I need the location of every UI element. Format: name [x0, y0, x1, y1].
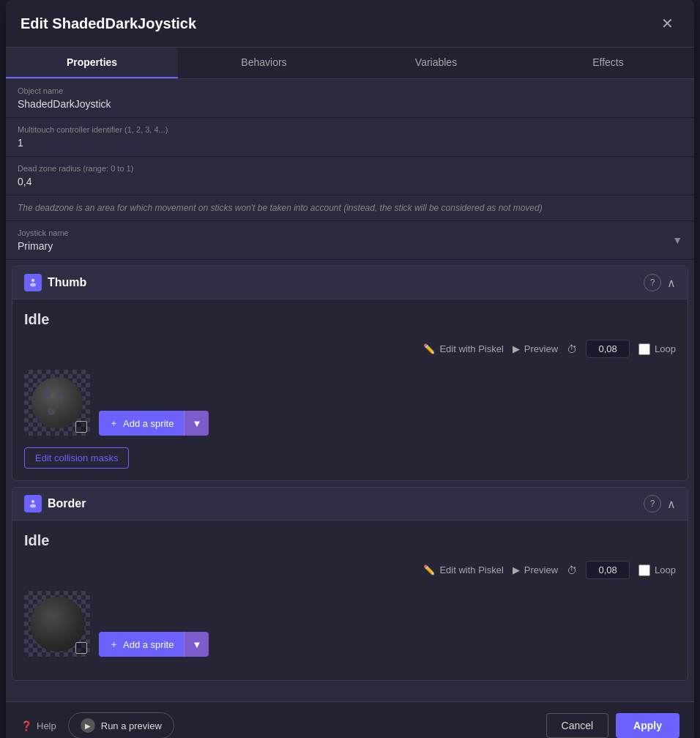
dialog: Edit ShadedDarkJoystick ✕ Properties Beh… [6, 0, 694, 738]
border-help-button[interactable]: ? [644, 495, 661, 512]
tab-behaviors[interactable]: Behaviors [178, 48, 350, 78]
thumb-add-sprite-dropdown[interactable]: ▼ [184, 411, 209, 436]
thumb-section-title: Thumb [48, 276, 86, 289]
plus-icon: ＋ [109, 417, 119, 430]
border-animation-controls: ✏️ Edit with Piskel ▶ Preview ⏱ Loop [24, 561, 676, 579]
border-sprites-row: ＋ Add a sprite ▼ [24, 591, 676, 657]
tab-effects[interactable]: Effects [522, 48, 694, 78]
timer-icon: ⏱ [567, 343, 577, 355]
play-icon: ▶ [513, 343, 520, 354]
border-animation-label: Idle [24, 532, 676, 549]
multitouch-value[interactable]: 1 [18, 137, 682, 149]
deadzone-field: Dead zone radius (range: 0 to 1) 0,4 [6, 157, 694, 195]
border-section-body: Idle ✏️ Edit with Piskel ▶ Preview ⏱ Loo… [12, 521, 688, 680]
border-section: Border ? ∧ Idle ✏️ Edit with Piskel ▶ Pr… [12, 487, 688, 681]
thumb-fps-input[interactable] [586, 340, 630, 358]
border-loop-checkbox[interactable] [638, 564, 650, 576]
tab-bar: Properties Behaviors Variables Effects [6, 48, 694, 79]
tab-variables[interactable]: Variables [350, 48, 522, 78]
deadzone-label: Dead zone radius (range: 0 to 1) [18, 164, 682, 173]
pencil-icon: ✏️ [423, 343, 435, 354]
border-preview-button[interactable]: ▶ Preview [513, 564, 558, 575]
border-add-sprite-group: ＋ Add a sprite ▼ [99, 632, 209, 657]
thumb-add-sprite-group: ＋ Add a sprite ▼ [99, 411, 209, 436]
joystick-name-label: Joystick name [18, 228, 672, 237]
thumb-add-sprite-button[interactable]: ＋ Add a sprite [99, 411, 184, 436]
thumb-loop-label: Loop [638, 343, 676, 355]
border-collapse-button[interactable]: ∧ [667, 497, 676, 511]
thumb-section: Thumb ? ∧ Idle ✏️ Edit with Piskel ▶ Pre… [12, 266, 688, 481]
svg-point-1 [31, 279, 34, 282]
run-play-icon: ▶ [81, 718, 95, 733]
object-name-field: Object name ShadedDarkJoystick [6, 79, 694, 118]
thumb-edit-piskel-button[interactable]: ✏️ Edit with Piskel [423, 343, 503, 354]
border-edit-piskel-button[interactable]: ✏️ Edit with Piskel [423, 564, 503, 575]
run-preview-button[interactable]: ▶ Run a preview [68, 712, 174, 738]
timer-icon-2: ⏱ [567, 564, 577, 576]
border-sprite-thumbnail[interactable] [24, 591, 90, 657]
thumb-section-header: Thumb ? ∧ [12, 266, 688, 299]
close-button[interactable]: ✕ [655, 12, 679, 35]
border-icon [24, 495, 42, 512]
thumb-sprite-thumbnail[interactable] [24, 370, 90, 436]
thumb-icon [24, 274, 42, 291]
thumb-animation-controls: ✏️ Edit with Piskel ▶ Preview ⏱ Loop [24, 340, 676, 358]
border-loop-label: Loop [638, 564, 676, 576]
content-area: Object name ShadedDarkJoystick Multitouc… [6, 79, 694, 701]
object-name-label: Object name [18, 86, 682, 95]
pencil-icon-2: ✏️ [423, 564, 435, 575]
border-sprite-select-checkbox[interactable] [75, 642, 87, 654]
joystick-name-value: Primary [18, 240, 672, 252]
dialog-title: Edit ShadedDarkJoystick [21, 15, 196, 32]
thumb-loop-checkbox[interactable] [638, 343, 650, 355]
thumb-sprites-row: ＋ Add a sprite ▼ [24, 370, 676, 436]
thumb-collapse-button[interactable]: ∧ [667, 276, 676, 290]
footer-right: Cancel Apply [546, 713, 679, 738]
help-circle-icon: ❓ [21, 720, 32, 731]
dialog-header: Edit ShadedDarkJoystick ✕ [6, 0, 694, 48]
tab-properties[interactable]: Properties [6, 48, 178, 78]
object-name-value[interactable]: ShadedDarkJoystick [18, 98, 682, 110]
cancel-button[interactable]: Cancel [546, 713, 609, 738]
deadzone-value[interactable]: 0,4 [18, 176, 682, 187]
play-icon-2: ▶ [513, 564, 520, 575]
deadzone-info: The deadzone is an area for which moveme… [6, 195, 694, 221]
help-link[interactable]: ❓ Help [21, 720, 56, 731]
thumb-help-button[interactable]: ? [644, 274, 661, 291]
multitouch-label: Multitouch controller identifier (1, 2, … [18, 125, 682, 134]
footer-left: ❓ Help ▶ Run a preview [21, 712, 174, 738]
svg-point-2 [30, 283, 36, 287]
border-add-sprite-dropdown[interactable]: ▼ [184, 632, 209, 657]
thumb-edit-collision-button[interactable]: Edit collision masks [24, 447, 129, 469]
dialog-footer: ❓ Help ▶ Run a preview Cancel Apply [6, 701, 694, 738]
svg-point-4 [31, 500, 34, 503]
border-fps-input[interactable] [586, 561, 630, 579]
apply-button[interactable]: Apply [616, 713, 679, 738]
multitouch-field: Multitouch controller identifier (1, 2, … [6, 118, 694, 157]
dropdown-arrow-icon: ▼ [672, 234, 682, 246]
thumb-preview-button[interactable]: ▶ Preview [513, 343, 558, 354]
border-section-header: Border ? ∧ [12, 488, 688, 521]
svg-point-5 [30, 504, 36, 508]
joystick-name-field[interactable]: Joystick name Primary ▼ [6, 221, 694, 260]
thumb-section-body: Idle ✏️ Edit with Piskel ▶ Preview ⏱ Loo… [12, 299, 688, 480]
plus-icon-2: ＋ [109, 638, 119, 651]
border-section-title: Border [48, 497, 86, 510]
sprite-select-checkbox[interactable] [75, 421, 87, 433]
thumb-animation-label: Idle [24, 311, 676, 328]
border-add-sprite-button[interactable]: ＋ Add a sprite [99, 632, 184, 657]
